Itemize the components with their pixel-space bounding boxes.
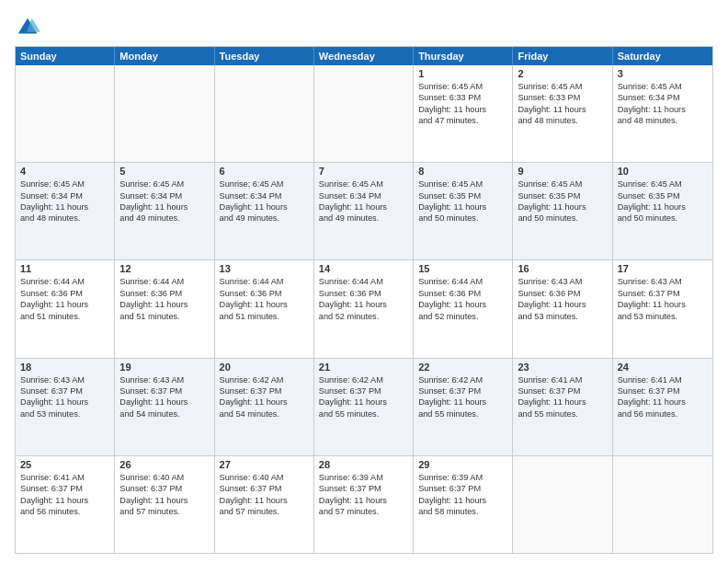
cell-line: Sunrise: 6:41 AM (20, 472, 109, 483)
cell-line: Sunset: 6:36 PM (20, 288, 109, 299)
cell-line: and 53 minutes. (518, 311, 607, 322)
cell-line: Sunrise: 6:44 AM (319, 276, 408, 287)
day-number: 9 (518, 166, 607, 177)
cell-line: Sunrise: 6:45 AM (518, 81, 607, 92)
cal-cell (215, 65, 314, 162)
cell-line: Daylight: 11 hours (618, 299, 708, 310)
cell-line: Sunset: 6:37 PM (418, 483, 507, 494)
cell-line: Sunrise: 6:45 AM (20, 178, 109, 190)
cell-line: Sunrise: 6:44 AM (20, 276, 109, 287)
cell-line: Sunset: 6:35 PM (618, 190, 708, 201)
cell-line: and 57 minutes. (220, 506, 309, 517)
day-number: 29 (418, 459, 507, 470)
cell-line: Sunset: 6:34 PM (20, 190, 109, 201)
cal-cell: 3Sunrise: 6:45 AMSunset: 6:34 PMDaylight… (613, 65, 712, 162)
cell-line: and 53 minutes. (20, 408, 109, 419)
cal-row-4: 25Sunrise: 6:41 AMSunset: 6:37 PMDayligh… (16, 455, 712, 553)
logo-icon (15, 15, 40, 40)
cell-line: Daylight: 11 hours (319, 396, 408, 408)
header-day-saturday: Saturday (613, 47, 712, 65)
cal-cell: 16Sunrise: 6:43 AMSunset: 6:36 PMDayligh… (513, 260, 612, 357)
day-number: 14 (319, 263, 408, 274)
day-number: 3 (618, 68, 708, 79)
cell-line: Sunrise: 6:41 AM (518, 374, 607, 385)
cal-cell: 27Sunrise: 6:40 AMSunset: 6:37 PMDayligh… (215, 456, 314, 553)
cell-line: Sunset: 6:33 PM (518, 92, 607, 103)
cell-line: Daylight: 11 hours (418, 495, 507, 506)
cell-line: and 49 minutes. (119, 213, 209, 224)
cell-line: and 51 minutes. (220, 311, 309, 322)
header-day-monday: Monday (115, 47, 214, 65)
day-number: 2 (518, 68, 607, 79)
day-number: 18 (20, 362, 109, 373)
cell-line: and 50 minutes. (418, 213, 507, 224)
cell-line: and 58 minutes. (418, 506, 507, 517)
cell-line: and 52 minutes. (418, 311, 507, 322)
calendar-header: SundayMondayTuesdayWednesdayThursdayFrid… (16, 47, 712, 65)
cell-line: Sunrise: 6:42 AM (319, 374, 408, 385)
cal-cell: 13Sunrise: 6:44 AMSunset: 6:36 PMDayligh… (215, 260, 314, 357)
cal-cell (115, 65, 214, 162)
cell-line: and 48 minutes. (20, 213, 109, 224)
cell-line: Sunset: 6:36 PM (518, 288, 607, 299)
header-day-sunday: Sunday (16, 47, 115, 65)
cell-line: Daylight: 11 hours (20, 201, 109, 213)
header-day-wednesday: Wednesday (314, 47, 414, 65)
cal-cell (314, 65, 414, 162)
cal-cell: 6Sunrise: 6:45 AMSunset: 6:34 PMDaylight… (215, 163, 314, 259)
day-number: 6 (220, 166, 309, 177)
cal-cell: 4Sunrise: 6:45 AMSunset: 6:34 PMDaylight… (16, 163, 115, 259)
cell-line: and 50 minutes. (518, 213, 607, 224)
cell-line: Sunrise: 6:45 AM (319, 178, 408, 190)
cell-line: Daylight: 11 hours (518, 396, 607, 408)
cell-line: and 55 minutes. (518, 408, 607, 419)
cal-cell: 14Sunrise: 6:44 AMSunset: 6:36 PMDayligh… (314, 260, 414, 357)
cell-line: Daylight: 11 hours (319, 201, 408, 213)
cal-cell: 1Sunrise: 6:45 AMSunset: 6:33 PMDaylight… (414, 65, 513, 162)
cell-line: Sunset: 6:33 PM (418, 92, 507, 103)
cell-line: Sunrise: 6:44 AM (119, 276, 209, 287)
cell-line: Daylight: 11 hours (220, 201, 309, 213)
cell-line: Sunrise: 6:40 AM (119, 472, 209, 483)
cal-row-0: 1Sunrise: 6:45 AMSunset: 6:33 PMDaylight… (16, 65, 712, 162)
cell-line: Daylight: 11 hours (518, 299, 607, 310)
cal-cell: 15Sunrise: 6:44 AMSunset: 6:36 PMDayligh… (414, 260, 513, 357)
cell-line: Daylight: 11 hours (418, 201, 507, 213)
cell-line: Daylight: 11 hours (20, 396, 109, 408)
day-number: 15 (418, 263, 507, 274)
cal-cell: 28Sunrise: 6:39 AMSunset: 6:37 PMDayligh… (314, 456, 414, 553)
cell-line: Sunrise: 6:45 AM (220, 178, 309, 190)
cal-row-2: 11Sunrise: 6:44 AMSunset: 6:36 PMDayligh… (16, 259, 712, 357)
cell-line: Daylight: 11 hours (20, 495, 109, 506)
day-number: 17 (618, 263, 708, 274)
header-day-thursday: Thursday (414, 47, 513, 65)
cell-line: and 49 minutes. (319, 213, 408, 224)
cell-line: Sunset: 6:34 PM (618, 92, 708, 103)
cal-cell: 20Sunrise: 6:42 AMSunset: 6:37 PMDayligh… (215, 359, 314, 455)
cell-line: and 54 minutes. (119, 408, 209, 419)
cal-cell (16, 65, 115, 162)
cell-line: and 48 minutes. (618, 115, 708, 126)
cell-line: Daylight: 11 hours (518, 201, 607, 213)
cell-line: Daylight: 11 hours (20, 299, 109, 310)
cell-line: Sunrise: 6:45 AM (618, 178, 708, 190)
cell-line: Sunset: 6:36 PM (418, 288, 507, 299)
cell-line: Daylight: 11 hours (220, 495, 309, 506)
day-number: 4 (20, 166, 109, 177)
cal-cell: 9Sunrise: 6:45 AMSunset: 6:35 PMDaylight… (513, 163, 612, 259)
cell-line: Sunset: 6:37 PM (220, 385, 309, 396)
cell-line: and 52 minutes. (319, 311, 408, 322)
cell-line: Daylight: 11 hours (119, 201, 209, 213)
cell-line: Sunset: 6:37 PM (20, 483, 109, 494)
cell-line: Sunrise: 6:39 AM (319, 472, 408, 483)
cell-line: and 55 minutes. (319, 408, 408, 419)
cal-cell: 24Sunrise: 6:41 AMSunset: 6:37 PMDayligh… (613, 359, 712, 455)
cell-line: Sunset: 6:37 PM (418, 385, 507, 396)
cal-cell: 2Sunrise: 6:45 AMSunset: 6:33 PMDaylight… (513, 65, 612, 162)
cal-cell: 19Sunrise: 6:43 AMSunset: 6:37 PMDayligh… (115, 359, 214, 455)
cell-line: Daylight: 11 hours (518, 104, 607, 115)
cal-cell: 11Sunrise: 6:44 AMSunset: 6:36 PMDayligh… (16, 260, 115, 357)
header (15, 15, 713, 40)
cal-cell: 17Sunrise: 6:43 AMSunset: 6:37 PMDayligh… (613, 260, 712, 357)
day-number: 28 (319, 459, 408, 470)
